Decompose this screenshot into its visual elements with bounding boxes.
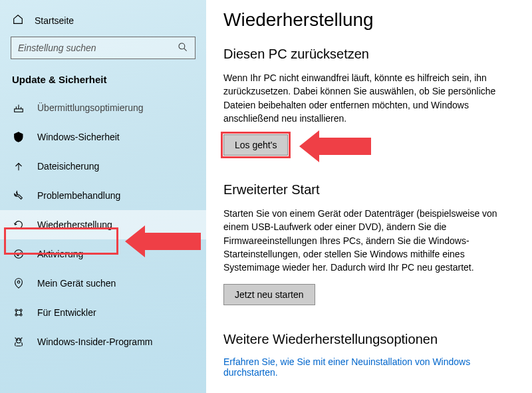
more-heading: Weitere Wiederherstellungsoptionen	[223, 332, 515, 347]
advanced-body: Starten Sie von einem Gerät oder Datentr…	[223, 207, 515, 274]
sidebar-item-problembehandlung[interactable]: Problembehandlung	[0, 181, 206, 210]
svg-point-0	[179, 43, 185, 49]
sidebar-item-label: Windows-Insider-Programm	[37, 336, 152, 347]
sidebar-item-aktivierung[interactable]: Aktivierung	[0, 239, 206, 269]
sidebar-item-f-r-entwickler[interactable]: Für Entwickler	[0, 298, 206, 327]
sidebar-item-dateisicherung[interactable]: Dateisicherung	[0, 152, 206, 181]
sidebar-item-label: Windows-Sicherheit	[37, 132, 120, 142]
svg-point-9	[20, 314, 22, 316]
sidebar-item-label: Wiederherstellung	[37, 219, 112, 230]
advanced-restart-button[interactable]: Jetzt neu starten	[223, 284, 315, 305]
svg-rect-2	[15, 109, 23, 112]
home-icon	[12, 13, 24, 27]
troubleshoot-icon	[12, 189, 25, 202]
svg-point-7	[20, 309, 22, 311]
svg-line-1	[184, 48, 187, 51]
insider-icon	[12, 335, 25, 348]
page-title: Wiederherstellung	[223, 9, 515, 31]
svg-point-6	[15, 309, 17, 311]
settings-main: Wiederherstellung Diesen PC zurücksetzen…	[206, 0, 532, 393]
svg-point-8	[15, 314, 17, 316]
sidebar-section-header: Update & Sicherheit	[0, 71, 206, 93]
reset-start-button[interactable]: Los geht's	[223, 134, 288, 156]
svg-point-15	[17, 340, 18, 340]
sidebar-item-mein-ger-t-suchen[interactable]: Mein Gerät suchen	[0, 269, 206, 298]
home-label: Startseite	[35, 15, 74, 26]
find-device-icon	[12, 277, 25, 290]
svg-point-4	[15, 250, 23, 259]
annotation-arrow-reset	[299, 130, 371, 162]
sidebar-item--bermittlungsoptimierung[interactable]: Übermittlungsoptimierung	[0, 93, 206, 122]
recovery-icon	[12, 218, 25, 231]
reset-heading: Diesen PC zurücksetzen	[223, 47, 515, 62]
sidebar-item-wiederherstellung[interactable]: Wiederherstellung	[0, 210, 206, 239]
optimize-icon	[12, 101, 25, 114]
sidebar-item-label: Aktivierung	[37, 249, 83, 259]
shield-icon	[12, 130, 25, 144]
sidebar-item-windows-sicherheit[interactable]: Windows-Sicherheit	[0, 122, 206, 152]
search-input[interactable]	[11, 37, 196, 59]
sidebar-home[interactable]: Startseite	[0, 0, 206, 37]
activation-icon	[12, 247, 25, 261]
settings-sidebar: Startseite Update & Sicherheit Übermittl…	[0, 0, 206, 393]
sidebar-nav: ÜbermittlungsoptimierungWindows-Sicherhe…	[0, 93, 206, 356]
search-field[interactable]	[18, 43, 178, 53]
svg-line-17	[15, 338, 17, 339]
search-icon	[178, 42, 188, 55]
svg-line-18	[21, 338, 23, 339]
svg-point-14	[16, 338, 21, 343]
advanced-heading: Erweiterter Start	[223, 182, 515, 197]
sidebar-item-label: Übermittlungsoptimierung	[37, 102, 144, 113]
more-link[interactable]: Erfahren Sie, wie Sie mit einer Neuinsta…	[223, 356, 470, 378]
backup-icon	[12, 160, 25, 173]
sidebar-item-windows-insider-programm[interactable]: Windows-Insider-Programm	[0, 327, 206, 356]
sidebar-item-label: Dateisicherung	[37, 161, 99, 172]
sidebar-item-label: Mein Gerät suchen	[37, 278, 116, 289]
sidebar-item-label: Für Entwickler	[37, 307, 96, 318]
developer-icon	[12, 306, 25, 319]
svg-point-5	[17, 281, 20, 283]
svg-point-16	[19, 340, 20, 340]
reset-body: Wenn Ihr PC nicht einwandfrei läuft, kön…	[223, 71, 515, 125]
sidebar-item-label: Problembehandlung	[37, 190, 120, 201]
